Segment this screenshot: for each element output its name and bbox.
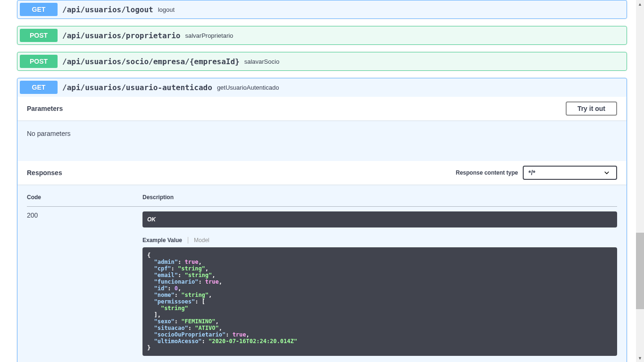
description-column-header: Description [142,194,617,207]
method-badge: GET [20,3,58,16]
tab-model[interactable]: Model [194,237,209,244]
scroll-thumb[interactable] [636,233,644,309]
endpoint-row[interactable]: GET /api/usuarios/logout logout [17,0,627,19]
example-json-block[interactable]: { "admin": true, "cpf": "string", "email… [142,247,617,356]
code-column-header: Code [27,194,142,207]
endpoint-desc: logout [158,6,175,13]
scroll-track[interactable] [636,8,644,354]
parameters-title: Parameters [27,105,566,112]
responses-title: Responses [27,169,456,177]
no-parameters-text: No parameters [27,130,617,137]
endpoint-desc: salvarProprietario [185,32,233,39]
tab-example-value[interactable]: Example Value [142,237,182,244]
response-description: OK [142,211,617,227]
vertical-scrollbar[interactable]: ▲ ▼ [636,0,644,362]
parameters-container: No parameters [17,120,627,147]
endpoint-row[interactable]: POST /api/usuarios/socio/empresa/{empres… [17,52,627,71]
content-type-label: Response content type [456,169,518,176]
tab-divider [188,237,188,244]
responses-table: Code Description 200 OK Example Value [17,185,627,362]
method-badge: POST [20,55,58,68]
method-badge: POST [20,29,58,42]
scroll-down-arrow-icon[interactable]: ▼ [636,354,644,362]
response-code: 200 [27,207,142,356]
parameters-header: Parameters Try it out [17,97,627,120]
responses-header: Responses Response content type */* [17,161,627,185]
method-badge: GET [20,81,58,94]
try-it-out-button[interactable]: Try it out [566,101,617,116]
endpoint-row[interactable]: POST /api/usuarios/proprietario salvarPr… [17,26,627,45]
endpoint-summary[interactable]: GET /api/usuarios/usuario-autenticado ge… [17,78,627,96]
endpoint-path: /api/usuarios/proprietario [58,31,185,40]
response-row: 200 OK Example Value Model { "admin": tr… [27,207,617,356]
endpoint-path: /api/usuarios/logout [58,5,158,14]
endpoint-desc: salavarSocio [244,58,279,65]
scroll-up-arrow-icon[interactable]: ▲ [636,0,644,8]
endpoint-path: /api/usuarios/socio/empresa/{empresaId} [58,57,244,66]
content-type-select[interactable]: */* [523,166,617,180]
endpoint-path: /api/usuarios/usuario-autenticado [58,83,217,92]
endpoint-desc: getUsuarioAutenticado [217,84,279,91]
endpoint-row-expanded: GET /api/usuarios/usuario-autenticado ge… [17,78,627,362]
